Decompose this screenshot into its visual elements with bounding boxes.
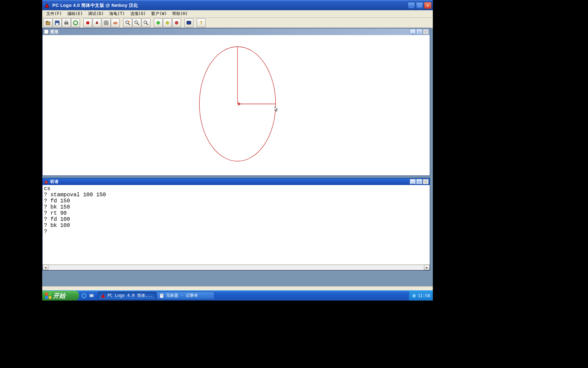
windows-logo-icon [45,292,52,299]
svg-point-14 [135,21,137,24]
svg-rect-6 [65,21,67,22]
taskbar: 开始 PC Logo 4.0 简体... 无标题 - 记事本 11:58 [42,290,433,301]
menu-options[interactable]: 选项(O) [128,10,149,17]
menu-help[interactable]: 帮助(H) [169,10,191,17]
tool-screen-icon[interactable] [184,18,193,27]
listener-title: 听者 [50,179,410,185]
listener-minimize-button[interactable]: _ [410,179,416,184]
tool-find-icon[interactable] [123,18,132,27]
tool-halt-icon[interactable] [172,18,181,27]
task-notepad[interactable]: 无标题 - 记事本 [157,292,214,300]
graphic-window-icon [44,29,49,34]
graphic-close-button[interactable]: × [423,29,429,34]
svg-point-20 [166,21,169,25]
window-controls: _ □ × [408,2,431,9]
task-label: PC Logo 4.0 简体... [108,293,152,298]
menu-edit[interactable]: 编辑(E) [65,10,86,17]
svg-line-15 [137,23,139,25]
svg-rect-2 [46,21,48,22]
graphic-canvas[interactable] [43,35,430,175]
app-icon [44,2,50,9]
menu-file[interactable]: 文件(F) [44,10,65,17]
svg-text:?: ? [200,20,202,26]
logo-app-icon [100,293,106,298]
start-label: 开始 [53,292,65,300]
menu-window[interactable]: 窗户(W) [148,10,169,17]
tool-go-icon[interactable] [154,18,163,27]
svg-line-12 [128,23,130,25]
svg-point-13 [128,21,130,22]
scroll-track[interactable] [48,265,424,270]
menu-debug[interactable]: 调试(D) [85,10,107,17]
svg-rect-4 [56,23,59,25]
listener-hscrollbar[interactable]: ◄ ► [43,264,430,270]
svg-rect-8 [86,21,89,24]
task-buttons: PC Logo 4.0 简体... 无标题 - 记事本 [97,291,409,301]
desktop-icon[interactable] [88,293,95,299]
tool-paint-icon[interactable] [71,18,80,27]
graphic-titlebar[interactable]: 图形 _ □ × [43,28,430,35]
tray-arrow-icon[interactable] [412,293,416,298]
notepad-icon [159,293,164,298]
system-tray[interactable]: 11:58 [409,291,433,301]
graphic-title: 图形 [50,29,410,35]
start-button[interactable]: 开始 [42,291,79,301]
svg-point-35 [82,294,86,298]
svg-marker-37 [101,294,105,298]
tool-trace-icon[interactable]: ab [111,18,120,27]
svg-rect-23 [188,24,190,25]
svg-rect-34 [49,296,51,299]
svg-rect-31 [45,293,48,295]
app-title: PC Logo 4.0 简体中文版 @ Netboy 汉化 [52,2,408,9]
svg-marker-9 [96,21,98,24]
tool-stop-icon[interactable] [83,18,92,27]
tool-pause-icon[interactable] [163,18,172,27]
svg-line-17 [146,23,148,25]
svg-rect-32 [49,293,51,295]
close-button[interactable]: × [424,2,431,9]
listener-input[interactable]: cs ? stampoval 100 150 ? fd 150 ? bk 150… [43,185,430,264]
quick-launch [79,291,97,301]
mdi-client-area: 图形 _ □ × [42,28,433,286]
listener-window: 听者 _ □ × cs ? stampoval 100 150 ? fd 150… [42,178,430,271]
app-window: PC Logo 4.0 简体中文版 @ Netboy 汉化 _ □ × 文件(F… [42,0,433,294]
task-label: 无标题 - 记事本 [166,293,198,298]
tool-zoom-in-icon[interactable] [132,18,141,27]
graphic-minimize-button[interactable]: _ [410,29,416,34]
minimize-button[interactable]: _ [408,2,415,9]
tool-turtle-icon[interactable] [93,18,101,27]
graphic-maximize-button[interactable]: □ [416,29,422,34]
tool-zoom-out-icon[interactable]: - [142,18,150,27]
scroll-right-icon[interactable]: ► [424,265,430,270]
tool-print-icon[interactable] [62,18,71,27]
scroll-left-icon[interactable]: ◄ [43,265,48,270]
svg-point-41 [412,294,416,298]
svg-rect-22 [187,21,191,24]
ie-icon[interactable] [81,293,87,299]
tool-grid-icon[interactable] [102,18,111,27]
tool-help-icon[interactable]: ? [197,18,206,27]
svg-marker-30 [45,180,48,183]
turtle-drawing [43,35,430,176]
svg-rect-33 [45,296,48,299]
svg-rect-36 [89,294,94,297]
toolbar: ab - ? [42,18,433,28]
svg-text:-: - [146,20,148,22]
svg-rect-25 [44,30,48,34]
listener-titlebar[interactable]: 听者 _ □ × [43,178,430,185]
listener-close-button[interactable]: × [423,179,429,184]
svg-point-11 [126,21,128,24]
task-pclogo[interactable]: PC Logo 4.0 简体... [98,292,156,300]
listener-maximize-button[interactable]: □ [416,179,422,184]
svg-point-21 [175,21,178,25]
title-bar: PC Logo 4.0 简体中文版 @ Netboy 汉化 _ □ × [42,0,433,10]
menu-bar: 文件(F) 编辑(E) 调试(D) 海龟(T) 选项(O) 窗户(W) 帮助(H… [42,10,433,18]
listener-window-icon [44,179,49,184]
tool-save-icon[interactable] [53,18,62,27]
tool-open-icon[interactable] [44,18,52,27]
maximize-button[interactable]: □ [416,2,423,9]
svg-point-7 [74,21,78,25]
graphic-window: 图形 _ □ × [42,28,430,176]
menu-turtle[interactable]: 海龟(T) [107,10,128,17]
svg-marker-0 [45,3,49,7]
